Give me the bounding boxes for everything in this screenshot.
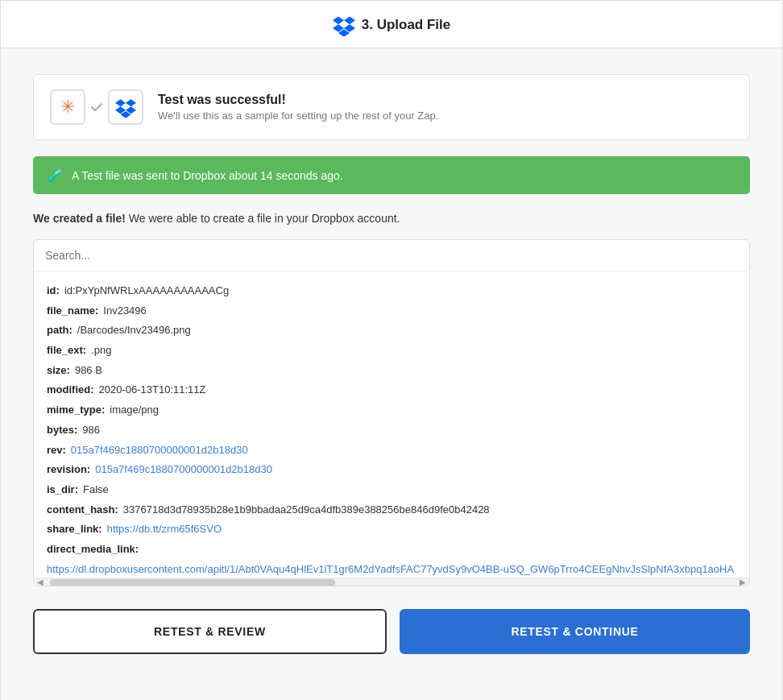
search-input[interactable]	[45, 249, 738, 262]
data-row-id: id: id:PxYpNfWRLxAAAAAAAAAAACg	[47, 281, 736, 301]
success-title: Test was successful!	[158, 93, 438, 107]
data-row-mime-type: mime_type: image/png	[47, 400, 736, 420]
green-banner-text: A Test file was sent to Dropbox about 14…	[72, 169, 343, 182]
dropbox-action-icon	[108, 89, 143, 125]
flask-icon: 🧪	[48, 168, 64, 183]
data-row-path: path: /Barcodes/Inv23496.png	[47, 321, 736, 341]
data-rows-container[interactable]: id: id:PxYpNfWRLxAAAAAAAAAAACg file_name…	[34, 271, 749, 578]
page-wrapper: 3. Upload File ✳	[0, 0, 783, 700]
horizontal-scrollbar[interactable]: ◀ ▶	[34, 578, 749, 586]
green-banner: 🧪 A Test file was sent to Dropbox about …	[33, 156, 750, 194]
retest-review-button[interactable]: RETEST & REVIEW	[33, 609, 387, 654]
created-file-text: We created a file! We were able to creat…	[33, 212, 750, 225]
success-header: ✳ Test was successful! We'll use this as	[33, 74, 750, 140]
data-row-bytes: bytes: 986	[47, 420, 736, 441]
success-subtitle: We'll use this as a sample for setting u…	[158, 110, 438, 122]
trigger-icon: ✳	[50, 89, 85, 125]
check-icon	[85, 96, 108, 118]
created-file-rest: We were able to create a file in your Dr…	[126, 212, 400, 225]
data-row-file-ext: file_ext: .png	[47, 341, 736, 361]
scroll-left-arrow[interactable]: ◀	[35, 578, 45, 586]
data-row-content-hash: content_hash: 3376718d3d78935b28e1b9bbad…	[47, 500, 736, 520]
dropbox-icon-top	[333, 14, 355, 36]
data-row-is-dir: is_dir: False	[47, 480, 736, 500]
scroll-right-arrow[interactable]: ▶	[738, 578, 748, 586]
data-row-revision: revision: 015a7f469c1880700000001d2b18d3…	[47, 460, 736, 480]
scroll-thumb-horizontal[interactable]	[50, 579, 335, 586]
top-bar-title: 3. Upload File	[333, 14, 451, 36]
data-row-rev: rev: 015a7f469c1880700000001d2b18d30	[47, 441, 736, 461]
success-text-block: Test was successful! We'll use this as a…	[158, 93, 438, 122]
data-row-size: size: 986 B	[47, 361, 736, 381]
created-file-bold: We created a file!	[33, 212, 126, 225]
buttons-row: RETEST & REVIEW RETEST & CONTINUE	[33, 609, 750, 654]
data-row-share-link: share_link: https://db.tt/zrm65f6SVO	[47, 520, 736, 540]
main-content: ✳ Test was successful! We'll use this as	[1, 48, 782, 700]
page-title: 3. Upload File	[362, 17, 451, 33]
data-row-modified: modified: 2020-06-13T10:11:11Z	[47, 380, 736, 400]
data-row-direct-media-link: direct_media_link: https://dl.dropboxuse…	[47, 540, 736, 578]
data-row-filename: file_name: Inv23496	[47, 301, 736, 321]
retest-continue-button[interactable]: RETEST & CONTINUE	[400, 609, 750, 654]
data-panel: id: id:PxYpNfWRLxAAAAAAAAAAACg file_name…	[33, 239, 750, 586]
search-bar[interactable]	[34, 240, 749, 271]
top-bar: 3. Upload File	[1, 1, 782, 48]
